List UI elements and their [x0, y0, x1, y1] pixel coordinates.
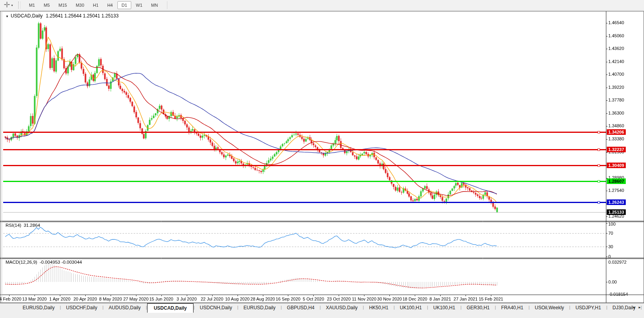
tab-usdjpy-h1[interactable]: USDJPY,H1: [570, 303, 606, 312]
collapse-arrow-icon[interactable]: ▼: [6, 15, 9, 18]
toolbar-divider: [167, 1, 167, 9]
timeframe-buttons: M1M5M15M30H1H4D1W1MN: [25, 1, 162, 9]
chart-canvas[interactable]: [0, 11, 644, 303]
hline-price-badge: 1.26243: [607, 199, 626, 205]
timeframe-button-w1[interactable]: W1: [132, 1, 147, 9]
rsi-axis-label: 100: [608, 222, 615, 226]
hline-price-badge: 1.30409: [607, 163, 626, 168]
date-axis-label: 11 Nov 2020: [352, 297, 376, 301]
macd-values: -0.004953 -0.003044: [40, 260, 82, 264]
tab-usdcad-daily[interactable]: USDCAD,Daily: [147, 303, 194, 313]
date-axis-label: 13 Mar 2020: [22, 297, 47, 301]
macd-axis-label: 0.032972: [608, 260, 627, 264]
timeframe-button-mn[interactable]: MN: [147, 1, 162, 9]
rsi-axis-label: 30: [608, 244, 613, 249]
date-axis-label: 10 Aug 2020: [225, 297, 250, 301]
rsi-indicator-label: RSI(14)31.2864: [6, 223, 40, 228]
price-axis-label: 1.39220: [608, 85, 624, 90]
tab-usdchf-daily[interactable]: USDCHF,Daily: [61, 303, 103, 312]
rsi-name: RSI(14): [6, 223, 21, 228]
macd-indicator-label: MACD(12,26,9)-0.004953 -0.003044: [6, 260, 82, 264]
symbol-tab-bar: EURUSD,Daily|USDCHF,Daily|AUDUSD,Daily|U…: [0, 303, 644, 318]
toolbar-grip[interactable]: [18, 2, 21, 9]
price-axis-label: 1.37780: [608, 98, 624, 102]
tab-xauusd-daily[interactable]: XAUUSD,Daily: [321, 303, 363, 312]
rsi-value: 31.2864: [24, 223, 40, 228]
tab-usdcnh-daily[interactable]: USDCNH,Daily: [195, 303, 237, 312]
tab-audusd-daily[interactable]: AUDUSD,Daily: [104, 303, 146, 312]
date-axis-label: 24 Feb 2020: [0, 297, 21, 301]
price-axis-label: 1.40700: [608, 72, 624, 77]
date-axis-label: 22 Jul 2020: [201, 297, 223, 301]
macd-axis-label: -0.018154: [608, 292, 628, 297]
crosshair-tool-button[interactable]: ▼: [2, 1, 15, 10]
tab-ger30-h1[interactable]: GER30,H1: [462, 303, 495, 312]
current-price-badge: 1.25133: [607, 209, 626, 215]
tab-eurusd-daily[interactable]: EURUSD,Daily: [238, 303, 281, 312]
symbol-label: USDCAD,Daily: [11, 13, 43, 19]
tab-scroll-right-button[interactable]: ►: [638, 306, 641, 309]
tab-uk100-h1[interactable]: UK100,H1: [428, 303, 460, 312]
timeframe-button-m1[interactable]: M1: [25, 1, 39, 9]
rsi-axis-label: 70: [608, 231, 613, 236]
date-axis-label: 3 Jul 2020: [176, 297, 197, 301]
tab-usoil-weekly[interactable]: USOil,Weekly: [530, 303, 569, 312]
timeframe-button-m15[interactable]: M15: [55, 1, 71, 9]
date-axis-label: 15 Jun 2020: [149, 297, 173, 301]
hline-price-badge: 1.28607: [607, 178, 626, 184]
tab-uk100-h1[interactable]: UK100,H1: [395, 303, 427, 312]
date-axis-label: 1 Apr 2020: [49, 297, 70, 301]
macd-name: MACD(12,26,9): [6, 260, 37, 264]
macd-axis-label: 0.00: [608, 280, 617, 284]
date-axis-label: 16 Sep 2020: [276, 297, 300, 301]
chart-title: ▼USDCAD,Daily1.25641 1.25644 1.25041 1.2…: [6, 13, 119, 19]
tab-hk50-h1[interactable]: HK50,H1: [364, 303, 394, 312]
timeframe-button-h4[interactable]: H4: [103, 1, 117, 9]
date-axis-label: 8 Jan 2021: [429, 297, 451, 301]
date-axis-label: 27 Jan 2021: [454, 297, 478, 301]
date-axis-label: 15 Feb 2021: [479, 297, 503, 301]
price-axis-label: 1.46540: [608, 20, 624, 25]
date-axis-label: 23 Oct 2020: [327, 297, 351, 301]
tab-gbpusd-h4[interactable]: GBPUSD,H4: [282, 303, 320, 312]
price-axis-label: 1.45060: [608, 33, 624, 38]
tab-scroll-left-button[interactable]: ◄: [632, 306, 635, 309]
hline-price-badge: 1.32237: [607, 147, 626, 152]
price-axis-label: 1.36300: [608, 111, 624, 115]
timeframe-button-d1[interactable]: D1: [117, 1, 131, 9]
hline-price-badge: 1.34206: [607, 129, 626, 135]
price-axis-label: 1.42140: [608, 59, 624, 64]
date-axis-label: 28 Aug 2020: [251, 297, 275, 301]
chevron-down-icon[interactable]: ▼: [11, 4, 13, 7]
date-axis-label: 30 Nov 2020: [377, 297, 402, 301]
top-toolbar: ▼ M1M5M15M30H1H4D1W1MN: [0, 0, 644, 11]
price-axis-label: 1.27540: [608, 188, 624, 193]
tab-china300-h1[interactable]: CHINA300,H1: [642, 303, 644, 312]
price-axis-label: 1.33380: [608, 136, 624, 141]
date-axis-label: 18 Dec 2020: [402, 297, 427, 301]
timeframe-button-m5[interactable]: M5: [40, 1, 54, 9]
tab-dj30-daily[interactable]: DJ30,Daily: [608, 303, 641, 312]
tab-eurusd-daily[interactable]: EURUSD,Daily: [17, 303, 60, 312]
timeframe-button-h1[interactable]: H1: [89, 1, 102, 9]
rsi-axis-label: 0: [608, 254, 611, 259]
date-axis-label: 27 May 2020: [123, 297, 149, 301]
ohlc-values: 1.25641 1.25644 1.25041 1.25133: [46, 13, 119, 19]
price-axis-label: 1.43620: [608, 46, 624, 51]
date-axis-label: 5 Oct 2020: [303, 297, 324, 301]
date-axis-label: 20 Apr 2020: [73, 297, 97, 301]
date-axis-label: 8 May 2020: [99, 297, 122, 301]
timeframe-button-m30[interactable]: M30: [72, 1, 88, 9]
crosshair-tool-icon: [4, 2, 10, 9]
tab-fra40-h1[interactable]: FRA40,H1: [496, 303, 529, 312]
price-axis-label: 1.34860: [608, 123, 624, 128]
